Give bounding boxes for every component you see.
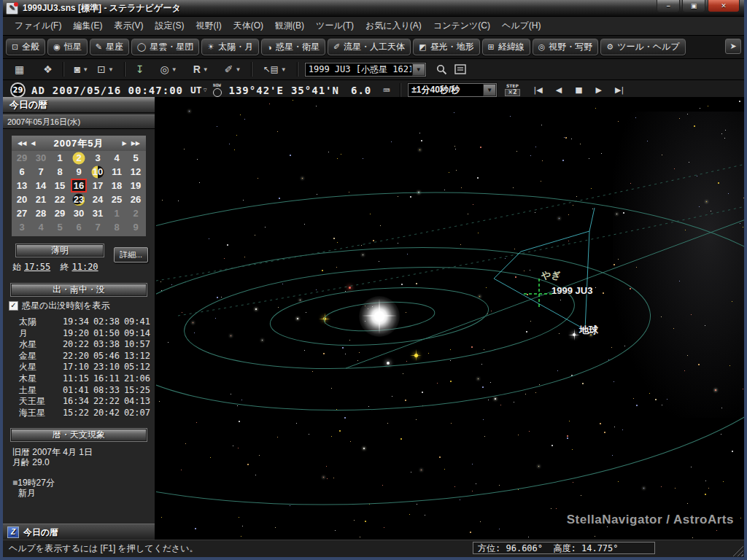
- calendar-day[interactable]: 22: [50, 192, 69, 206]
- tab-meteor[interactable]: ✐流星・人工天体: [328, 39, 411, 55]
- panel-footer-bar[interactable]: Z 今日の暦: [3, 524, 155, 540]
- tab-tools[interactable]: ⚙ツール・ヘルプ: [600, 39, 685, 55]
- calendar-day[interactable]: 13: [12, 179, 31, 192]
- sun[interactable]: [359, 296, 400, 337]
- calendar-day[interactable]: 31: [88, 206, 107, 220]
- datetime-panel-button[interactable]: ▦: [10, 63, 28, 75]
- step-x2-button[interactable]: STEP×2: [505, 84, 519, 96]
- combobox-arrow-button[interactable]: ▼: [412, 63, 425, 76]
- twilight-detail-button[interactable]: 詳細...: [114, 247, 148, 262]
- calendar-day[interactable]: 10: [88, 165, 107, 179]
- minimize-button[interactable]: －: [657, 0, 680, 12]
- import-button[interactable]: ↧: [131, 63, 149, 75]
- calendar-day[interactable]: 12: [126, 165, 145, 179]
- menu-item-3[interactable]: 設定(S): [149, 18, 190, 34]
- calendar-day[interactable]: 11: [107, 165, 126, 179]
- twilight-end-value[interactable]: 11:20: [71, 262, 98, 272]
- longitude-value[interactable]: 139°42'E: [229, 85, 284, 96]
- play-forward-button[interactable]: ▶: [589, 85, 608, 95]
- tab-grid[interactable]: ⊞経緯線: [482, 39, 530, 55]
- pin-toolbar-button[interactable]: ➤: [725, 39, 741, 54]
- cursor-menu-dropdown[interactable]: ↖▤▼: [258, 64, 290, 74]
- calendar-day[interactable]: 29: [50, 206, 69, 220]
- restore-button[interactable]: ▣: [682, 0, 705, 12]
- now-button[interactable]: NOW: [213, 83, 222, 97]
- calendar-day[interactable]: 27: [12, 206, 31, 220]
- calendar-day[interactable]: 8: [50, 165, 69, 179]
- calendar-day[interactable]: 24: [88, 192, 107, 206]
- add-frame-dropdown[interactable]: ⊡▼: [93, 63, 118, 75]
- twilight-begin-value[interactable]: 17:55: [24, 262, 50, 272]
- calendar-day[interactable]: 20: [12, 192, 31, 206]
- calendar-prev-year-button[interactable]: ◀◀: [15, 140, 28, 147]
- calendar-day[interactable]: 26: [126, 192, 145, 206]
- calendar-day[interactable]: 30: [69, 206, 88, 220]
- combobox-arrow-button[interactable]: ▼: [483, 84, 496, 96]
- limiting-magnitude-value[interactable]: 6.0: [351, 85, 371, 96]
- calendar-day[interactable]: 3: [88, 151, 107, 165]
- calendar-day[interactable]: 28: [31, 206, 50, 220]
- stop-button[interactable]: ■: [568, 85, 589, 95]
- calendar-prev-month-button[interactable]: ◀: [28, 140, 37, 147]
- menu-item-6[interactable]: 観測(B): [269, 18, 310, 34]
- resize-grip[interactable]: [732, 545, 743, 556]
- earth-label[interactable]: 地球: [579, 324, 598, 337]
- rotate-dropdown[interactable]: R▼: [189, 63, 213, 75]
- calendar-day[interactable]: 3: [12, 220, 31, 234]
- calendar-day[interactable]: 30: [31, 151, 50, 165]
- time-step-combobox[interactable]: ±1分40秒/秒 ▼: [407, 82, 498, 98]
- menu-item-9[interactable]: コンテンツ(C): [427, 18, 496, 34]
- tab-sun-moon[interactable]: ☀太陽・月: [201, 39, 259, 55]
- calendar-day[interactable]: 5: [126, 151, 145, 165]
- tab-planets[interactable]: ◑惑星・衛星: [261, 39, 325, 55]
- menu-item-4[interactable]: 視野(I): [190, 18, 227, 34]
- menu-item-8[interactable]: お気に入り(A): [360, 18, 427, 34]
- play-backward-button[interactable]: ◀: [549, 85, 568, 95]
- tab-stars[interactable]: ◉恒星: [47, 39, 88, 55]
- calendar-day[interactable]: 7: [31, 165, 50, 179]
- calendar-day[interactable]: 4: [107, 151, 126, 165]
- calendar-day[interactable]: 1: [50, 151, 69, 165]
- calendar-day[interactable]: 9: [69, 165, 88, 179]
- sky-view[interactable]: やぎ1999 JU3地球 StellaNavigator / AstroArts: [156, 97, 744, 540]
- calendar-day-today[interactable]: 16: [69, 179, 88, 192]
- target-object-combobox[interactable]: 1999 JU3 [小惑星 16217 ▼: [304, 62, 427, 77]
- display-style-button[interactable]: ❖: [39, 63, 57, 75]
- tab-nebula[interactable]: ◯星雲・星団: [131, 39, 199, 55]
- draw-dropdown[interactable]: ✐▼: [220, 63, 246, 75]
- object-list-button[interactable]: [451, 64, 470, 74]
- constellation-label-capricornus[interactable]: やぎ: [541, 269, 561, 282]
- calendar-next-month-button[interactable]: ▶: [120, 140, 129, 147]
- datetime-value[interactable]: 2007/05/16 00:47:00: [53, 85, 183, 96]
- search-object-button[interactable]: [433, 64, 451, 75]
- keyboard-icon[interactable]: ⌨: [383, 84, 390, 97]
- skip-to-start-button[interactable]: |◀: [527, 85, 549, 95]
- menu-item-2[interactable]: 表示(V): [108, 18, 149, 34]
- time-system-dropdown[interactable]: UT▽: [190, 85, 206, 96]
- calendar-day[interactable]: 14: [31, 179, 50, 192]
- calendar-day[interactable]: 5: [50, 220, 69, 234]
- calendar-day[interactable]: 1: [107, 206, 126, 220]
- calendar-day[interactable]: 23: [69, 192, 88, 206]
- calendar-next-year-button[interactable]: ▶▶: [129, 140, 142, 147]
- target-label-1999ju3[interactable]: 1999 JU3: [551, 285, 592, 296]
- calendar-day[interactable]: 19: [126, 179, 145, 192]
- calendar-day[interactable]: 2: [69, 151, 88, 165]
- calendar-day[interactable]: 7: [88, 220, 107, 234]
- calendar-day[interactable]: 15: [50, 179, 69, 192]
- calendar-day[interactable]: 6: [12, 165, 31, 179]
- calendar-day[interactable]: 18: [107, 179, 126, 192]
- tab-constellation[interactable]: ✎星座: [90, 39, 129, 55]
- checkbox-check-icon[interactable]: ✓: [9, 301, 18, 311]
- calendar-day[interactable]: 9: [126, 220, 145, 234]
- calendar-day[interactable]: 17: [88, 179, 107, 192]
- calendar-day[interactable]: 6: [69, 220, 88, 234]
- skip-to-end-button[interactable]: ▶|: [608, 85, 630, 95]
- view-mode-dropdown[interactable]: ◙▼: [70, 63, 93, 75]
- show-planet-times-checkbox-row[interactable]: ✓ 惑星の出没時刻を表示: [9, 300, 155, 312]
- menu-item-5[interactable]: 天体(O): [228, 18, 269, 34]
- menu-item-7[interactable]: ツール(T): [310, 18, 360, 34]
- direction-dropdown[interactable]: ◎▼: [156, 63, 182, 75]
- latitude-value[interactable]: 35°41'N: [291, 85, 339, 96]
- calendar-day[interactable]: 4: [31, 220, 50, 234]
